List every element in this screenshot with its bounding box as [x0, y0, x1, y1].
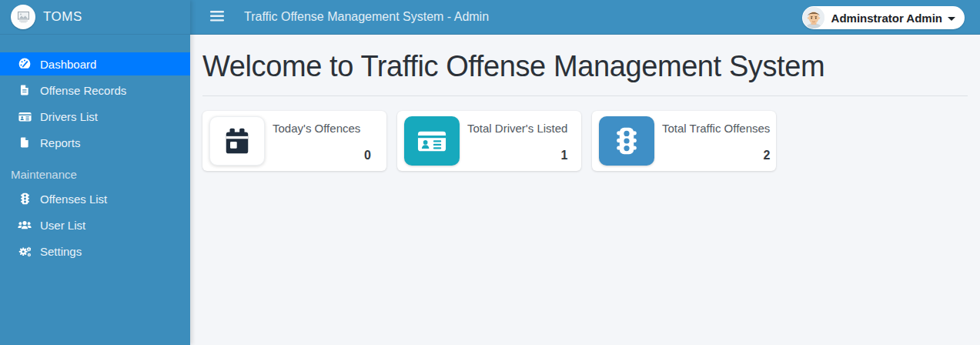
user-avatar	[803, 7, 824, 28]
hamburger-menu-icon	[210, 11, 224, 24]
sidebar-item-label: Reports	[40, 136, 81, 149]
stat-card-todays-offences: Today's Offences 0	[202, 111, 386, 171]
user-menu-button[interactable]: Adminstrator Admin	[802, 6, 965, 29]
main-content: Welcome to Traffic Offense Management Sy…	[190, 35, 980, 345]
divider	[202, 95, 968, 96]
caret-down-icon	[948, 17, 955, 21]
speedometer-icon	[17, 57, 32, 71]
id-card-icon	[17, 110, 32, 123]
sidebar: TOMS Dashboard	[0, 0, 190, 345]
sidebar-item-label: Offense Records	[40, 84, 126, 97]
stat-card-total-offenses: Total Traffic Offenses 2	[592, 111, 776, 171]
sidebar-item-reports[interactable]: Reports	[0, 131, 190, 154]
sidebar-section-maintenance: Maintenance	[0, 157, 190, 187]
stat-cards-row: Today's Offences 0 Total Driver's Listed…	[202, 111, 968, 171]
sidebar-item-label: Dashboard	[40, 58, 96, 71]
user-name: Adminstrator Admin	[831, 12, 942, 25]
traffic-light-icon	[17, 192, 32, 206]
sidebar-item-offenses-list[interactable]: Offenses List	[0, 187, 190, 210]
page-title: Welcome to Traffic Offense Management Sy…	[202, 50, 968, 83]
navbar-title: Traffic Offense Management System - Admi…	[244, 10, 489, 24]
card-title: Today's Offences	[273, 122, 371, 135]
sidebar-item-label: Offenses List	[40, 193, 107, 206]
card-count: 2	[763, 149, 770, 162]
traffic-light-icon	[599, 116, 654, 166]
users-icon	[17, 219, 32, 232]
sidebar-item-label: User List	[40, 219, 85, 232]
sidebar-item-user-list[interactable]: User List	[0, 213, 190, 236]
card-body: Total Traffic Offenses 2	[654, 116, 778, 166]
broken-image-icon	[11, 5, 35, 29]
sidebar-item-drivers-list[interactable]: Drivers List	[0, 105, 190, 128]
card-body: Total Driver's Listed 1	[460, 116, 576, 166]
card-count: 0	[364, 149, 371, 162]
file-lines-icon	[17, 83, 32, 97]
card-count: 1	[561, 149, 568, 162]
sidebar-toggle-button[interactable]	[206, 6, 229, 28]
card-title: Total Traffic Offenses	[662, 122, 770, 135]
file-icon	[17, 136, 32, 149]
id-card-icon	[404, 116, 460, 166]
brand-title: TOMS	[43, 9, 82, 25]
sidebar-nav: Dashboard Offense Records	[0, 52, 190, 263]
top-navbar: Traffic Offense Management System - Admi…	[190, 0, 980, 35]
sidebar-item-label: Settings	[40, 245, 82, 258]
calendar-icon	[209, 116, 265, 166]
sidebar-item-label: Drivers List	[40, 110, 98, 123]
card-body: Today's Offences 0	[265, 116, 380, 166]
sidebar-item-dashboard[interactable]: Dashboard	[0, 52, 190, 75]
sidebar-item-offense-records[interactable]: Offense Records	[0, 79, 190, 102]
card-title: Total Driver's Listed	[467, 122, 567, 135]
brand-link[interactable]: TOMS	[0, 0, 190, 35]
gears-icon	[17, 245, 32, 258]
sidebar-item-settings[interactable]: Settings	[0, 239, 190, 263]
stat-card-total-drivers: Total Driver's Listed 1	[397, 111, 581, 171]
